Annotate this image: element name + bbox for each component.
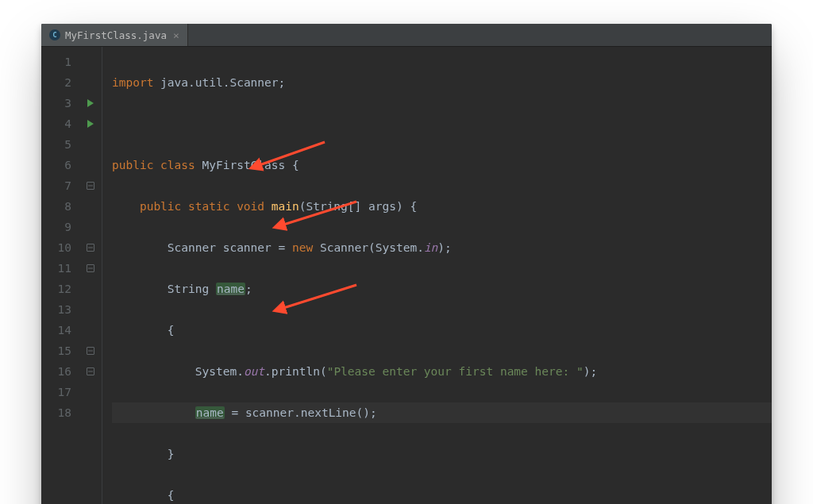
line-number: 9 xyxy=(41,217,75,237)
line-number: 18 xyxy=(41,402,75,423)
fold-icon[interactable] xyxy=(87,264,94,272)
marker-gutter xyxy=(79,47,102,504)
string-literal: "Please enter your first name here: " xyxy=(327,365,584,378)
fold-icon[interactable] xyxy=(87,182,94,190)
line-number: 7 xyxy=(41,175,75,196)
line-number: 6 xyxy=(41,155,75,175)
code-editor[interactable]: 123456789101112131415161718 import java.… xyxy=(41,47,772,504)
code-text: Scanner scanner = xyxy=(168,241,292,254)
line-number: 14 xyxy=(41,320,75,340)
fold-icon[interactable] xyxy=(87,244,94,252)
class-name: MyFirstClass xyxy=(202,159,286,171)
line-number: 11 xyxy=(41,258,75,279)
line-number: 1 xyxy=(41,52,75,72)
run-icon[interactable] xyxy=(87,120,94,128)
field-ref: in xyxy=(424,241,437,254)
line-number: 2 xyxy=(41,72,75,93)
line-number: 8 xyxy=(41,196,75,217)
code-area[interactable]: import java.util.Scanner; public class M… xyxy=(102,47,772,504)
tab-file[interactable]: MyFirstClass.java × xyxy=(41,24,188,46)
code-text: ); xyxy=(584,365,597,378)
line-number: 15 xyxy=(41,340,75,361)
code-text: System. xyxy=(195,365,244,378)
keyword: public class xyxy=(112,159,202,171)
code-text: ; xyxy=(245,283,252,295)
variable: name xyxy=(195,406,225,419)
code-text: (String[] args) { xyxy=(299,200,417,213)
code-text: } xyxy=(168,448,175,460)
code-text: { xyxy=(168,324,175,337)
line-number: 10 xyxy=(41,237,75,258)
line-number: 13 xyxy=(41,299,75,320)
line-number: 16 xyxy=(41,361,75,382)
fold-icon[interactable] xyxy=(87,367,94,375)
keyword: public static void xyxy=(140,200,272,213)
code-text: java.util.Scanner; xyxy=(153,76,285,89)
variable: name xyxy=(216,283,245,295)
line-number: 5 xyxy=(41,134,75,155)
class-icon xyxy=(49,29,60,40)
tab-bar: MyFirstClass.java × xyxy=(41,24,772,47)
tab-filename: MyFirstClass.java xyxy=(65,29,167,41)
close-icon[interactable]: × xyxy=(173,29,179,41)
ide-window: MyFirstClass.java × 12345678910111213141… xyxy=(41,24,772,504)
method-name: main xyxy=(272,200,299,213)
code-text: .println( xyxy=(264,365,327,378)
keyword: import xyxy=(112,76,153,89)
fold-icon[interactable] xyxy=(87,347,94,355)
line-number: 3 xyxy=(41,93,75,113)
line-number: 12 xyxy=(41,279,75,299)
line-number-gutter: 123456789101112131415161718 xyxy=(41,47,79,504)
code-text: ); xyxy=(437,241,451,254)
code-text: String xyxy=(168,283,216,295)
run-icon[interactable] xyxy=(87,99,94,107)
line-number: 17 xyxy=(41,382,75,402)
field-ref: out xyxy=(244,365,264,378)
code-text: { xyxy=(285,159,299,171)
code-text: { xyxy=(168,489,175,502)
code-text: Scanner(System. xyxy=(313,241,424,254)
line-number: 4 xyxy=(41,113,75,134)
keyword: new xyxy=(292,241,313,254)
code-text: = scanner.nextLine(); xyxy=(225,406,377,419)
